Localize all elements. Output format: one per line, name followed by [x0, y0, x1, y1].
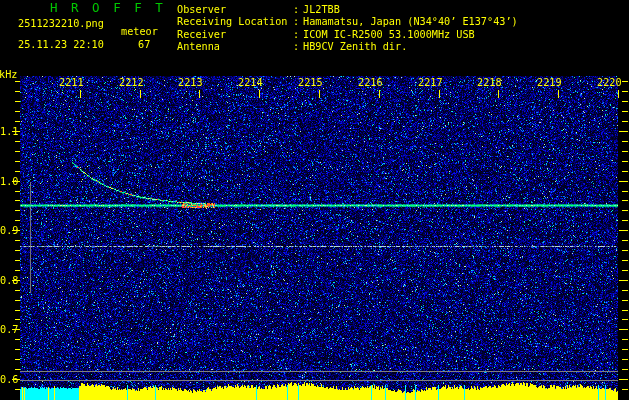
- x-axis-tick: [618, 90, 619, 98]
- station-info-separator: :: [293, 4, 303, 16]
- y-axis-minor-tick: [15, 81, 20, 82]
- x-axis-tick-label: 2213: [178, 77, 203, 88]
- station-info-label: Observer: [177, 4, 293, 16]
- station-info-label: Antenna: [177, 41, 293, 53]
- y-axis-minor-tick: [622, 359, 628, 360]
- y-axis-minor-tick: [622, 240, 628, 241]
- hrofft-spectrogram-window: kHz 1.11.00.90.80.70.6221122122213221422…: [0, 0, 629, 400]
- x-axis-tick: [558, 90, 559, 98]
- x-axis-tick-label: 2212: [119, 77, 144, 88]
- x-axis-tick-label: 2218: [477, 77, 502, 88]
- y-axis-minor-tick: [15, 200, 20, 201]
- y-axis-minor-tick: [15, 210, 20, 211]
- y-axis-minor-tick: [15, 191, 20, 192]
- x-axis-tick-label: 2220: [597, 77, 622, 88]
- x-axis-tick: [439, 90, 440, 98]
- y-axis-minor-tick: [622, 339, 628, 340]
- x-axis-tick-label: 2216: [358, 77, 383, 88]
- x-axis-tick: [319, 90, 320, 98]
- station-info-row: Observer:JL2TBB: [177, 4, 518, 16]
- x-axis-tick: [498, 90, 499, 98]
- y-axis-minor-tick: [15, 270, 20, 271]
- y-axis-tick-label: 0.7: [0, 324, 13, 335]
- y-axis-minor-tick: [622, 389, 628, 390]
- y-axis-minor-tick: [15, 260, 20, 261]
- y-axis-minor-tick: [15, 319, 20, 320]
- y-axis-tick-label: 0.6: [0, 374, 13, 385]
- x-axis-tick-label: 2215: [298, 77, 323, 88]
- y-axis-minor-tick: [622, 319, 628, 320]
- y-axis-minor-tick: [15, 349, 20, 350]
- y-axis-minor-tick: [15, 171, 20, 172]
- x-axis-tick: [199, 90, 200, 98]
- y-axis-minor-tick: [622, 91, 628, 92]
- y-axis-minor-tick: [15, 101, 20, 102]
- y-axis-minor-tick: [622, 141, 628, 142]
- x-axis-tick: [80, 90, 81, 98]
- app-title: H R O F F T: [50, 1, 166, 15]
- y-axis-minor-tick: [622, 81, 628, 82]
- station-info-separator: :: [293, 29, 303, 41]
- y-axis-minor-tick: [622, 151, 628, 152]
- station-info-block: Observer:JL2TBBReceiving Location:Hamama…: [177, 4, 518, 53]
- y-axis-minor-tick: [15, 111, 20, 112]
- y-axis-minor-tick: [622, 300, 628, 301]
- y-axis-tick-label: 1.0: [0, 176, 13, 187]
- y-axis-minor-tick: [622, 369, 628, 370]
- y-axis-minor-tick: [622, 220, 628, 221]
- y-axis-minor-tick: [622, 191, 628, 192]
- y-axis-minor-tick: [15, 151, 20, 152]
- station-info-value: HB9CV Zenith dir.: [303, 41, 407, 53]
- station-info-separator: :: [293, 16, 303, 28]
- y-axis-minor-tick: [15, 91, 20, 92]
- y-axis-tick-label: 1.1: [0, 126, 13, 137]
- y-axis-major-tick: [619, 131, 628, 132]
- y-axis-minor-tick: [622, 260, 628, 261]
- y-axis-minor-tick: [15, 389, 20, 390]
- y-axis-minor-tick: [622, 210, 628, 211]
- station-info-row: Receiver:ICOM IC-R2500 53.1000MHz USB: [177, 29, 518, 41]
- header-panel: H R O F F T 2511232210.png meteor 25.11.…: [0, 0, 629, 70]
- x-axis-tick-label: 2211: [59, 77, 84, 88]
- x-axis-tick-label: 2219: [537, 77, 562, 88]
- y-axis-minor-tick: [622, 200, 628, 201]
- y-axis-minor-tick: [622, 250, 628, 251]
- station-info-label: Receiving Location: [177, 16, 293, 28]
- x-axis-tick: [259, 90, 260, 98]
- filename-label: 2511232210.png: [18, 18, 104, 30]
- event-count-label: 67: [138, 39, 150, 51]
- y-axis-major-tick: [619, 230, 628, 231]
- y-axis-major-tick: [619, 280, 628, 281]
- y-axis-minor-tick: [15, 161, 20, 162]
- y-axis-minor-tick: [622, 270, 628, 271]
- y-axis-unit-label: kHz: [0, 69, 17, 80]
- y-axis-minor-tick: [622, 111, 628, 112]
- y-axis-minor-tick: [15, 339, 20, 340]
- station-info-value: ICOM IC-R2500 53.1000MHz USB: [303, 29, 475, 41]
- y-axis-minor-tick: [15, 121, 20, 122]
- y-axis-minor-tick: [15, 290, 20, 291]
- y-axis-minor-tick: [622, 101, 628, 102]
- y-axis-tick-label: 0.9: [0, 225, 13, 236]
- y-axis-minor-tick: [15, 300, 20, 301]
- y-axis-minor-tick: [15, 141, 20, 142]
- station-info-row: Receiving Location:Hamamatsu, Japan (N34…: [177, 16, 518, 28]
- station-info-label: Receiver: [177, 29, 293, 41]
- y-axis-minor-tick: [622, 171, 628, 172]
- y-axis-minor-tick: [15, 250, 20, 251]
- y-axis-minor-tick: [622, 349, 628, 350]
- station-info-row: Antenna:HB9CV Zenith dir.: [177, 41, 518, 53]
- y-axis-major-tick: [619, 181, 628, 182]
- y-axis-tick-label: 0.8: [0, 275, 13, 286]
- y-axis-minor-tick: [15, 310, 20, 311]
- y-axis-major-tick: [619, 379, 628, 380]
- x-axis-tick: [140, 90, 141, 98]
- y-axis-minor-tick: [15, 220, 20, 221]
- datetime-label: 25.11.23 22:10: [18, 39, 104, 51]
- event-type-label: meteor: [121, 26, 158, 38]
- y-axis-major-tick: [619, 329, 628, 330]
- station-info-separator: :: [293, 41, 303, 53]
- y-axis-minor-tick: [15, 359, 20, 360]
- y-axis-minor-tick: [622, 161, 628, 162]
- y-axis-minor-tick: [622, 290, 628, 291]
